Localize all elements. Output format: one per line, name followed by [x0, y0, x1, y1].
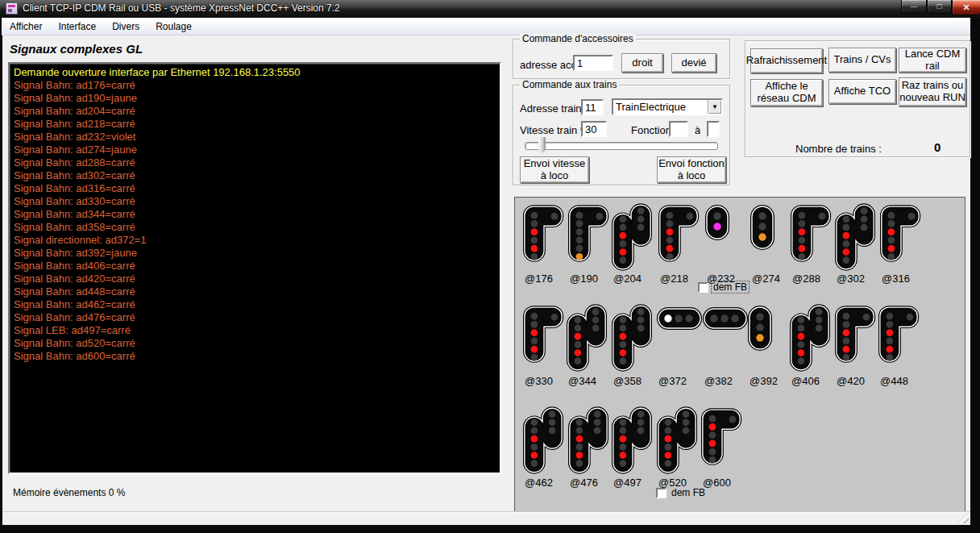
signal-graphic-274[interactable]	[750, 205, 774, 253]
menu-item-afficher[interactable]: Afficher	[2, 19, 50, 35]
action-button-3[interactable]: Affiche le réseau CDM	[750, 79, 823, 106]
signal-address-label: @392	[750, 375, 778, 387]
signal-address-label: @232	[707, 273, 735, 285]
signal-graphic-462[interactable]	[523, 406, 563, 477]
log-line: Signal Bahn: ad406=carré	[14, 260, 496, 273]
signal-graphic-600[interactable]	[701, 408, 743, 468]
accessory-address-input[interactable]	[573, 55, 613, 71]
speed-slider-track[interactable]	[525, 142, 718, 150]
signal-address-label: @462	[525, 477, 553, 489]
log-line: Signal Bahn: ad476=carré	[14, 311, 496, 324]
speed-slider-thumb[interactable]	[538, 137, 546, 154]
signal-address-label: @288	[792, 273, 820, 285]
signal-graphic-190[interactable]	[568, 205, 610, 265]
train-speed-input[interactable]	[581, 121, 607, 137]
signal-graphic-372[interactable]	[657, 307, 702, 333]
signal-graphic-520[interactable]	[657, 406, 697, 477]
train-address-label: Adresse train :	[520, 102, 588, 115]
actions-panel: Nombre de trains : 0 RafraichissementTra…	[745, 40, 970, 157]
signal-address-label: @344	[568, 375, 596, 387]
signal-display-panel: dem FB dem FB @176@190@204@218@232@274@2…	[514, 197, 965, 512]
chevron-down-icon[interactable]: ▼	[708, 100, 721, 114]
signal-graphic-204[interactable]	[612, 203, 652, 274]
signal-graphic-382[interactable]	[703, 307, 748, 333]
window-title: Client TCP-IP CDM Rail ou USB - système …	[23, 2, 340, 14]
title-bar: Client TCP-IP CDM Rail ou USB - système …	[0, 0, 980, 18]
train-count-value: 0	[934, 140, 941, 154]
signal-graphic-448[interactable]	[878, 306, 920, 366]
signal-graphic-302[interactable]	[835, 203, 875, 274]
accessory-straight-button[interactable]: droit	[621, 53, 663, 73]
signal-address-label: @520	[658, 477, 687, 489]
menu-bar: AfficherInterfaceDiversRoulage	[2, 18, 970, 35]
action-button-1[interactable]: Trains / CVs	[828, 48, 896, 73]
log-line: Signal Bahn: ad316=carré	[14, 182, 496, 195]
function-from-input[interactable]	[669, 121, 688, 137]
log-line: Signal Bahn: ad218=carré	[14, 118, 496, 131]
log-line: Signal Bahn: ad274=jaune	[14, 144, 496, 156]
function-to-input[interactable]	[707, 121, 720, 137]
log-line: Signal Bahn: ad176=carré	[14, 79, 496, 92]
signal-graphic-406[interactable]	[790, 304, 830, 375]
log-line: Signal Bahn: ad302=carré	[14, 169, 496, 182]
resize-grip[interactable]	[957, 512, 969, 523]
send-speed-button[interactable]: Envoi vitesse à loco	[520, 156, 589, 183]
train-address-input[interactable]	[581, 99, 604, 115]
dem-fb-label: dem FB	[670, 487, 707, 498]
send-function-button[interactable]: Envoi fonction à loco	[657, 156, 726, 183]
signal-graphic-344[interactable]	[567, 304, 607, 375]
signal-graphic-288[interactable]	[791, 205, 833, 265]
signal-address-label: @448	[880, 375, 908, 387]
signal-graphic-420[interactable]	[835, 306, 877, 366]
train-select-value: TrainElectrique	[616, 101, 686, 113]
dem-fb-checkbox-row3: dem FB	[656, 487, 707, 498]
accessory-diverge-button[interactable]: devié	[671, 53, 716, 73]
signal-graphic-330[interactable]	[523, 306, 565, 366]
log-line: Signal Bahn: ad358=carré	[14, 221, 496, 234]
function-to-label: à	[695, 124, 700, 136]
close-button[interactable]: ✕	[952, 0, 980, 15]
log-line: Signal Bahn: ad520=carré	[14, 337, 496, 350]
maximize-button[interactable]: □	[927, 0, 952, 14]
page-title: Signaux complexes GL	[10, 42, 143, 56]
checkbox[interactable]	[656, 488, 666, 498]
signal-address-label: @330	[525, 375, 553, 387]
accessories-group-title: Commande d'accessoires	[520, 33, 636, 44]
log-line: Signal Bahn: ad204=carré	[14, 105, 496, 118]
app-window: Client TCP-IP CDM Rail ou USB - système …	[0, 0, 980, 533]
status-bar	[2, 511, 970, 525]
log-line: Signal Bahn: ad288=carré	[14, 156, 496, 169]
signal-address-label: @274	[752, 273, 780, 285]
action-button-2[interactable]: Lance CDM rail	[899, 48, 966, 73]
signal-address-label: @497	[613, 477, 642, 489]
minimize-button[interactable]: —	[901, 0, 927, 14]
signal-address-label: @600	[703, 477, 731, 489]
menu-item-divers[interactable]: Divers	[104, 19, 147, 35]
signal-address-label: @372	[658, 375, 687, 387]
signal-graphic-218[interactable]	[658, 205, 700, 265]
action-button-0[interactable]: Rafraichissement	[750, 48, 823, 73]
train-count-label: Nombre de trains :	[795, 143, 882, 155]
train-select[interactable]: TrainElectrique ▼	[612, 98, 723, 115]
log-line: Signal Bahn: ad330=carré	[14, 195, 496, 208]
signal-graphic-358[interactable]	[612, 304, 652, 375]
menu-item-interface[interactable]: Interface	[50, 19, 104, 35]
signal-graphic-476[interactable]	[568, 406, 608, 477]
signal-graphic-176[interactable]	[523, 205, 565, 265]
train-command-group: Commande aux trains Adresse train : Trai…	[513, 85, 730, 185]
action-button-5[interactable]: Raz trains ou nouveau RUN	[899, 77, 966, 106]
signal-graphic-392[interactable]	[748, 306, 772, 354]
menu-item-roulage[interactable]: Roulage	[147, 19, 200, 35]
function-label: Fonction:	[631, 124, 674, 136]
action-button-4[interactable]: Affiche TCO	[828, 79, 896, 104]
memory-status: Mémoire évènements 0 %	[13, 487, 125, 498]
signal-graphic-497[interactable]	[612, 406, 652, 477]
signal-address-label: @316	[882, 273, 910, 285]
signal-log-console[interactable]: Demande ouverture interface par Ethernet…	[8, 62, 501, 474]
signal-address-label: @204	[613, 273, 642, 285]
signal-address-label: @406	[791, 375, 820, 387]
signal-graphic-232[interactable]	[705, 205, 729, 244]
log-line: Signal directionnel: ad372=1	[14, 234, 496, 247]
signal-graphic-316[interactable]	[880, 205, 922, 265]
log-line: Signal Bahn: ad344=carré	[14, 208, 496, 221]
